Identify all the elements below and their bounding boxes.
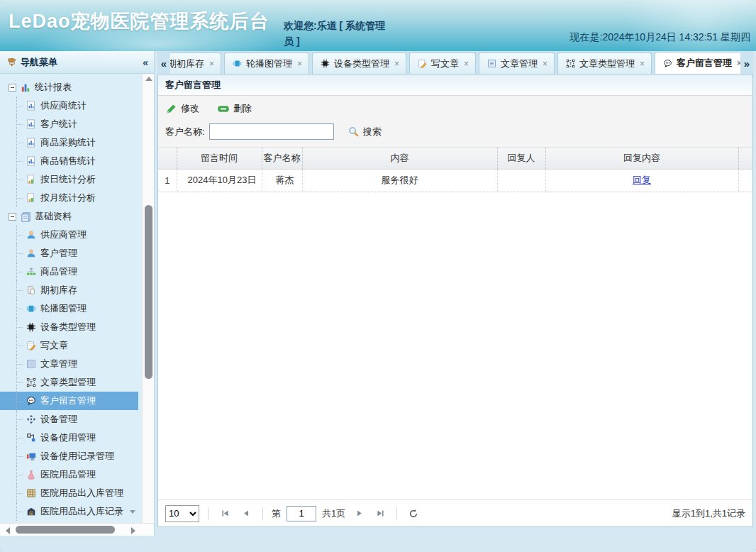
pagination-bar: 10 第 共1页 显示1到1,共1记录 — [158, 499, 752, 526]
sidebar-item-daily-analysis[interactable]: 按日统计分析 — [0, 170, 141, 189]
carousel-icon — [26, 303, 37, 314]
scroll-up-arrow-icon[interactable] — [145, 77, 152, 81]
edit-button[interactable]: 修改 — [165, 102, 199, 115]
search-field-label: 客户名称: — [165, 126, 205, 138]
tabs-scroll-right-button[interactable]: » — [740, 53, 753, 74]
sidebar-item-supplies-inout-mgmt[interactable]: 医院用品出入库管理 — [0, 484, 141, 502]
prev-page-button[interactable] — [238, 506, 254, 521]
cell-filler — [738, 169, 752, 192]
sidebar-group-basic-data[interactable]: 基础资料 — [0, 207, 141, 226]
tab-close-icon[interactable]: × — [394, 59, 399, 69]
refresh-button[interactable] — [406, 506, 421, 521]
delete-icon — [218, 103, 229, 114]
last-page-button[interactable] — [372, 506, 388, 521]
tab-close-icon[interactable]: × — [543, 59, 547, 69]
sidebar-item-supplier-mgmt[interactable]: 供应商管理 — [0, 226, 141, 244]
sidebar-item-write-article[interactable]: 写文章 — [0, 336, 141, 355]
tab-close-icon[interactable]: × — [640, 59, 645, 69]
sidebar-group-stats-reports[interactable]: 统计报表 — [0, 78, 141, 96]
sidebar-item-device-type-mgmt[interactable]: 设备类型管理 — [0, 318, 141, 336]
tab-customer-message-mgmt[interactable]: 客户留言管理 × — [655, 52, 740, 74]
tab-label: 轮播图管理 — [246, 57, 292, 70]
next-page-button[interactable] — [351, 506, 367, 521]
page-size-select[interactable]: 10 — [165, 505, 199, 522]
sidebar-item-label: 设备管理 — [40, 413, 77, 426]
four-arrows-icon — [26, 414, 37, 425]
search-button[interactable]: 搜索 — [348, 126, 382, 138]
table-row[interactable]: 1 2024年10月23日 蒋杰 服务很好 回复 — [158, 169, 752, 192]
sidebar-vertical-scrollbar[interactable] — [142, 74, 154, 523]
panel-title: 客户留言管理 — [158, 74, 752, 96]
sidebar-item-carousel-mgmt[interactable]: 轮播图管理 — [0, 299, 141, 318]
search-button-label: 搜索 — [363, 126, 382, 138]
tab-bar: « 期初库存 × 轮播图管理 × 设备类型管理 × 写 — [157, 51, 753, 74]
customer-name-input[interactable] — [209, 123, 334, 140]
carousel-icon — [231, 58, 243, 70]
sidebar-item-product-mgmt[interactable]: 商品管理 — [0, 263, 141, 281]
svg-text:T: T — [30, 380, 33, 385]
sidebar-collapse-button[interactable]: « — [143, 57, 148, 68]
col-row-number — [158, 148, 177, 169]
messages-table: 留言时间 客户名称 内容 回复人 回复内容 1 2024年10月23日 蒋杰 服… — [158, 148, 752, 192]
current-datetime: 现在是:2024年10月24日 14:32:51 星期四 — [570, 31, 750, 44]
tab-device-type-mgmt[interactable]: 设备类型管理 × — [312, 53, 406, 74]
sidebar-item-supplier-stats[interactable]: 供应商统计 — [0, 96, 141, 115]
sidebar-item-sales-stats[interactable]: 商品销售统计 — [0, 152, 141, 170]
scroll-right-arrow-icon[interactable] — [131, 527, 135, 534]
scroll-left-arrow-icon[interactable] — [6, 527, 10, 534]
sidebar-item-purchase-stats[interactable]: 商品采购统计 — [0, 133, 141, 152]
sidebar-item-label: 统计报表 — [35, 81, 72, 94]
sidebar-item-device-usage-mgmt[interactable]: 设备使用管理 — [0, 429, 141, 447]
sidebar-item-supplies-inout-record[interactable]: 医院用品出入库记录 — [0, 502, 141, 521]
doc-analysis-icon — [26, 192, 37, 204]
sidebar-title: 导航菜单 — [21, 56, 139, 69]
col-message-time[interactable]: 留言时间 — [177, 148, 262, 169]
doc-chart-icon — [26, 137, 37, 148]
sidebar-item-label: 文章管理 — [40, 358, 77, 370]
page-number-input[interactable] — [287, 506, 316, 521]
col-customer-name[interactable]: 客户名称 — [262, 148, 302, 169]
tab-article-mgmt[interactable]: 文章管理 × — [479, 53, 555, 74]
delete-button[interactable]: 删除 — [218, 102, 252, 115]
sidebar-item-label: 商品管理 — [40, 265, 77, 278]
tab-initial-stock[interactable]: 期初库存 × — [170, 53, 221, 74]
sidebar-item-label: 供应商管理 — [40, 228, 87, 241]
col-reply-content[interactable]: 回复内容 — [545, 148, 738, 169]
cell-replier — [497, 169, 545, 192]
tab-carousel-mgmt[interactable]: 轮播图管理 × — [224, 53, 309, 74]
collapse-box-icon[interactable] — [9, 84, 16, 92]
tab-write-article[interactable]: 写文章 × — [409, 53, 476, 74]
sidebar-horizontal-scrollbar[interactable] — [0, 523, 154, 536]
sidebar-item-customer-message-mgmt[interactable]: 客户留言管理 — [0, 392, 138, 410]
col-content[interactable]: 内容 — [302, 148, 497, 169]
tab-close-icon[interactable]: × — [209, 59, 214, 69]
sidebar-item-article-mgmt[interactable]: 文章管理 — [0, 355, 141, 373]
sidebar-item-monthly-analysis[interactable]: 按月统计分析 — [0, 189, 141, 207]
sidebar-item-article-type-mgmt[interactable]: T 文章类型管理 — [0, 373, 141, 392]
sidebar-item-device-usage-record-mgmt[interactable]: 设备使用记录管理 — [0, 447, 141, 465]
horizontal-scroll-thumb[interactable] — [16, 526, 115, 534]
reply-link[interactable]: 回复 — [633, 175, 651, 185]
sidebar-item-device-mgmt[interactable]: 设备管理 — [0, 410, 141, 429]
tab-close-icon[interactable]: × — [297, 59, 302, 69]
sidebar-item-initial-stock[interactable]: 期初库存 — [0, 281, 141, 299]
sidebar-item-customer-mgmt[interactable]: 客户管理 — [0, 244, 141, 263]
table-empty-area — [158, 192, 752, 500]
col-filler — [738, 148, 752, 169]
chip-icon — [26, 321, 37, 333]
sidebar-item-label: 医院用品出入库管理 — [40, 487, 123, 499]
cell-content: 服务很好 — [302, 169, 497, 192]
sidebar-item-hospital-supplies-mgmt[interactable]: 医院用品管理 — [0, 465, 141, 484]
overflow-arrow-icon[interactable] — [130, 510, 135, 514]
tab-article-type-mgmt[interactable]: T 文章类型管理 × — [557, 53, 652, 74]
collapse-box-icon[interactable] — [9, 213, 16, 221]
tabs-scroll-left-button[interactable]: « — [157, 53, 170, 74]
tab-label: 文章类型管理 — [579, 57, 635, 70]
first-page-button[interactable] — [217, 506, 233, 521]
vertical-scroll-thumb[interactable] — [145, 205, 152, 379]
tab-close-icon[interactable]: × — [464, 59, 469, 69]
sidebar-item-label: 设备类型管理 — [40, 321, 96, 333]
sitemap-icon — [26, 266, 37, 277]
sidebar-item-customer-stats[interactable]: 客户统计 — [0, 115, 141, 133]
col-replier[interactable]: 回复人 — [497, 148, 545, 169]
